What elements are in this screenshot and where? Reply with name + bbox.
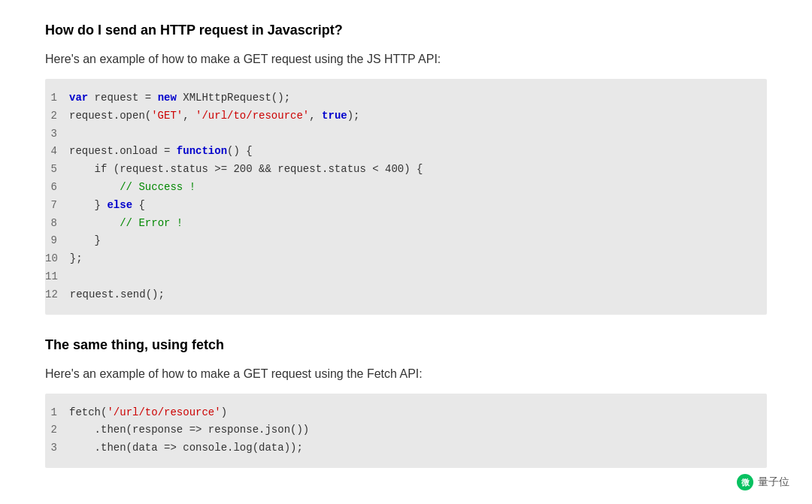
- code-line: 5 if (request.status >= 200 && request.s…: [45, 161, 767, 179]
- line-content: // Error !: [69, 215, 183, 233]
- code-line: 12request.send();: [45, 286, 767, 304]
- code-line: 2request.open('GET', '/url/to/resource',…: [45, 107, 767, 125]
- line-number: 7: [45, 197, 69, 215]
- line-number: 3: [45, 125, 69, 143]
- code-line: 3: [45, 125, 767, 143]
- watermark-icon: 微: [737, 474, 753, 490]
- code-line: 1fetch('/url/to/resource'): [45, 404, 767, 422]
- section1: How do I send an HTTP request in Javascr…: [45, 23, 767, 315]
- page-container: How do I send an HTTP request in Javascr…: [0, 0, 812, 504]
- code-line: 10};: [45, 250, 767, 268]
- line-content: } else {: [69, 197, 145, 215]
- code-block-2: 1fetch('/url/to/resource')2 .then(respon…: [45, 394, 767, 468]
- line-number: 6: [45, 179, 69, 197]
- line-number: 2: [45, 107, 69, 125]
- code-block-1: 1var request = new XMLHttpRequest();2req…: [45, 79, 767, 315]
- code-line: 7 } else {: [45, 197, 767, 215]
- code-line: 3 .then(data => console.log(data));: [45, 439, 767, 457]
- line-number: 10: [45, 250, 70, 268]
- code-line: 8 // Error !: [45, 215, 767, 233]
- line-number: 1: [45, 89, 69, 107]
- watermark-text: 量子位: [758, 475, 789, 489]
- section1-desc: Here's an example of how to make a GET r…: [45, 50, 767, 68]
- line-number: 5: [45, 161, 69, 179]
- line-number: 4: [45, 143, 69, 161]
- line-content: request.onload = function() {: [69, 143, 253, 161]
- section1-title: How do I send an HTTP request in Javascr…: [45, 23, 767, 38]
- code-line: 6 // Success !: [45, 179, 767, 197]
- line-content: .then(response => response.json()): [69, 421, 309, 439]
- line-number: 3: [45, 439, 69, 457]
- line-content: };: [70, 250, 83, 268]
- line-content: .then(data => console.log(data));: [69, 439, 303, 457]
- line-content: // Success !: [69, 179, 195, 197]
- line-content: request.send();: [70, 286, 165, 304]
- line-number: 9: [45, 232, 69, 250]
- code-line: 4request.onload = function() {: [45, 143, 767, 161]
- section2: The same thing, using fetch Here's an ex…: [45, 337, 767, 468]
- code-line: 11: [45, 268, 767, 286]
- line-content: if (request.status >= 200 && request.sta…: [69, 161, 423, 179]
- line-number: 2: [45, 421, 69, 439]
- line-content: fetch('/url/to/resource'): [69, 404, 227, 422]
- watermark: 微 量子位: [737, 474, 789, 490]
- code-line: 2 .then(response => response.json()): [45, 421, 767, 439]
- line-number: 11: [45, 268, 70, 286]
- line-content: }: [69, 232, 101, 250]
- code-line: 1var request = new XMLHttpRequest();: [45, 89, 767, 107]
- section2-title: The same thing, using fetch: [45, 337, 767, 353]
- line-content: request.open('GET', '/url/to/resource', …: [69, 107, 360, 125]
- line-number: 12: [45, 286, 70, 304]
- line-content: var request = new XMLHttpRequest();: [69, 89, 290, 107]
- line-number: 1: [45, 404, 69, 422]
- line-number: 8: [45, 215, 69, 233]
- code-line: 9 }: [45, 232, 767, 250]
- section2-desc: Here's an example of how to make a GET r…: [45, 365, 767, 383]
